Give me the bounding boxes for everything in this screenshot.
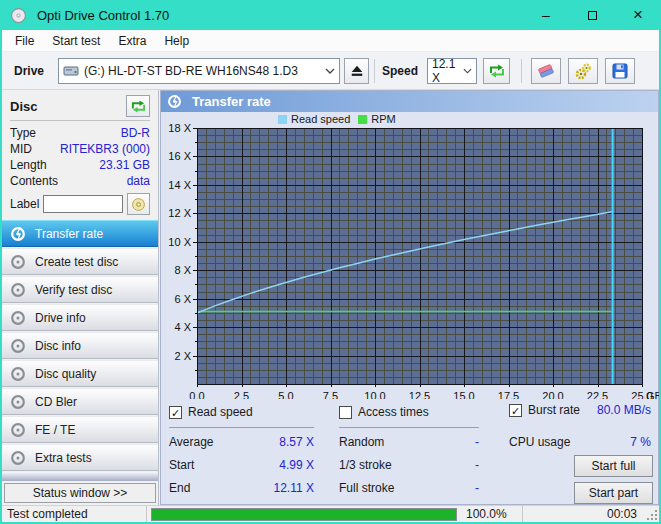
read-speed-legend-label: Read speed xyxy=(291,113,350,125)
title-bar: Opti Drive Control 1.70 – × xyxy=(0,0,661,30)
disc-row-type: TypeBD-R xyxy=(10,125,150,141)
svg-text:0.0: 0.0 xyxy=(189,390,204,399)
settings-button[interactable] xyxy=(568,58,598,84)
svg-text:2 X: 2 X xyxy=(174,350,191,362)
refresh-speed-button[interactable] xyxy=(483,58,510,84)
gears-icon xyxy=(575,63,592,80)
maximize-icon[interactable] xyxy=(569,0,615,30)
chart-plot: 0.02.55.07.510.012.515.017.520.022.525.0… xyxy=(161,112,659,399)
minimize-icon[interactable]: – xyxy=(523,0,569,30)
read-speed-checkbox[interactable]: ✓ Read speed xyxy=(169,405,253,419)
svg-text:12 X: 12 X xyxy=(168,207,191,219)
svg-text:16 X: 16 X xyxy=(168,150,191,162)
sidebar: Disc TypeBD-R MIDRITEKBR3 ( xyxy=(2,90,159,505)
panel-header: Transfer rate xyxy=(161,91,658,112)
sidebar-item-verify-test-disc[interactable]: Verify test disc xyxy=(2,276,158,303)
result-row: Random- xyxy=(339,435,479,450)
result-row: Average8.57 X xyxy=(169,435,314,450)
save-icon xyxy=(612,63,628,79)
speed-value: 12.1 X xyxy=(432,57,463,85)
svg-text:5.0: 5.0 xyxy=(278,390,293,399)
chart-legend: Read speed RPM xyxy=(278,113,396,125)
checkbox-icon xyxy=(339,406,352,419)
result-row: 1/3 stroke- xyxy=(339,458,479,473)
label-input[interactable] xyxy=(43,195,123,213)
menu-bar: File Start test Extra Help xyxy=(2,30,659,52)
disc-panel-title: Disc xyxy=(10,99,37,114)
sidebar-nav: Transfer rate Create test disc Verify te… xyxy=(2,220,158,472)
sidebar-item-disc-quality[interactable]: Disc quality xyxy=(2,360,158,387)
sidebar-item-cd-bler[interactable]: CD Bler xyxy=(2,388,158,415)
disc-icon xyxy=(10,422,26,438)
results-panel: ✓ Read speed Average8.57 X Start4.99 X E… xyxy=(161,399,658,504)
speed-select[interactable]: 12.1 X xyxy=(427,58,477,84)
menu-file[interactable]: File xyxy=(6,30,43,52)
eject-icon xyxy=(350,64,364,78)
checkbox-icon: ✓ xyxy=(509,404,522,417)
eject-button[interactable] xyxy=(344,58,369,84)
transfer-rate-chart: Read speed RPM 0.02.55.07.510.012.515.01… xyxy=(161,112,658,399)
sidebar-item-fe-te[interactable]: FE / TE xyxy=(2,416,158,443)
toolbar-separator xyxy=(521,59,522,83)
refresh-disc-button[interactable] xyxy=(126,95,150,117)
toolbar-separator xyxy=(374,59,375,83)
divider xyxy=(339,427,479,428)
svg-text:GB: GB xyxy=(646,390,659,399)
window-title: Opti Drive Control 1.70 xyxy=(37,8,169,23)
gold-disc-icon xyxy=(131,197,146,212)
status-bar: Test completed 100.0% 00:03 xyxy=(2,505,659,522)
app-disc-icon xyxy=(10,7,27,24)
divider xyxy=(169,427,314,428)
sidebar-item-transfer-rate[interactable]: Transfer rate xyxy=(2,220,158,247)
disc-row-contents: Contentsdata xyxy=(10,173,150,189)
progress-bar xyxy=(151,508,457,521)
status-window-button[interactable]: Status window >> xyxy=(4,483,156,503)
disc-icon xyxy=(10,394,26,410)
write-label-button[interactable] xyxy=(127,193,150,215)
svg-text:2.5: 2.5 xyxy=(234,390,249,399)
result-row: End12.11 X xyxy=(169,481,314,496)
progress-percent: 100.0% xyxy=(461,506,523,522)
chevron-down-icon xyxy=(325,67,335,75)
sidebar-item-extra-tests[interactable]: Extra tests xyxy=(2,444,158,471)
result-row: Start4.99 X xyxy=(169,458,314,473)
rpm-legend-label: RPM xyxy=(371,113,395,125)
toolbar: Drive (G:) HL-DT-ST BD-RE WH16NS48 1.D3 xyxy=(2,52,659,90)
svg-text:20.0: 20.0 xyxy=(542,390,563,399)
panel-title: Transfer rate xyxy=(192,94,271,109)
disc-icon xyxy=(10,338,26,354)
access-times-checkbox[interactable]: Access times xyxy=(339,405,429,419)
erase-disc-button[interactable] xyxy=(531,58,561,84)
svg-text:6 X: 6 X xyxy=(174,293,191,305)
svg-text:17.5: 17.5 xyxy=(498,390,519,399)
menu-help[interactable]: Help xyxy=(155,30,198,52)
save-button[interactable] xyxy=(605,58,635,84)
drive-label: Drive xyxy=(14,64,44,78)
svg-text:22.5: 22.5 xyxy=(587,390,608,399)
sidebar-filler xyxy=(2,472,158,481)
disc-bolt-icon xyxy=(167,94,182,109)
burst-rate-value: 80.0 MB/s xyxy=(597,403,651,418)
menu-extra[interactable]: Extra xyxy=(109,30,155,52)
app-window: Opti Drive Control 1.70 – × File Start t… xyxy=(0,0,661,524)
sidebar-item-create-test-disc[interactable]: Create test disc xyxy=(2,248,158,275)
burst-rate-checkbox[interactable]: ✓ Burst rate xyxy=(509,403,580,418)
start-full-button[interactable]: Start full xyxy=(574,455,653,477)
sidebar-item-disc-info[interactable]: Disc info xyxy=(2,332,158,359)
sidebar-item-drive-info[interactable]: Drive info xyxy=(2,304,158,331)
svg-text:15.0: 15.0 xyxy=(453,390,474,399)
svg-text:10 X: 10 X xyxy=(168,236,191,248)
disc-icon xyxy=(10,310,26,326)
svg-text:10.0: 10.0 xyxy=(364,390,385,399)
drive-select[interactable]: (G:) HL-DT-ST BD-RE WH16NS48 1.D3 xyxy=(58,58,340,84)
resize-grip[interactable] xyxy=(647,510,657,520)
disc-panel: Disc TypeBD-R MIDRITEKBR3 ( xyxy=(2,90,158,217)
svg-text:12.5: 12.5 xyxy=(409,390,430,399)
result-row: Full stroke- xyxy=(339,481,479,496)
menu-start-test[interactable]: Start test xyxy=(43,30,109,52)
close-icon[interactable]: × xyxy=(615,0,661,30)
refresh-icon xyxy=(489,63,505,79)
drive-icon xyxy=(63,63,79,79)
chevron-down-icon xyxy=(463,67,472,75)
start-part-button[interactable]: Start part xyxy=(574,482,653,504)
